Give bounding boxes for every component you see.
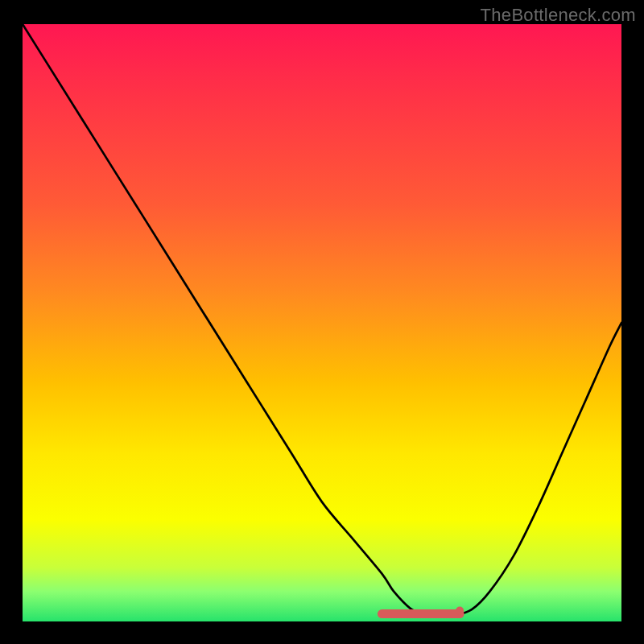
chart-frame: TheBottleneck.com — [0, 0, 644, 644]
optimal-range-end-dot — [456, 607, 464, 615]
bottleneck-curve — [23, 24, 621, 616]
watermark-text: TheBottleneck.com — [481, 5, 636, 26]
chart-svg — [23, 24, 621, 621]
plot-area — [23, 24, 621, 621]
